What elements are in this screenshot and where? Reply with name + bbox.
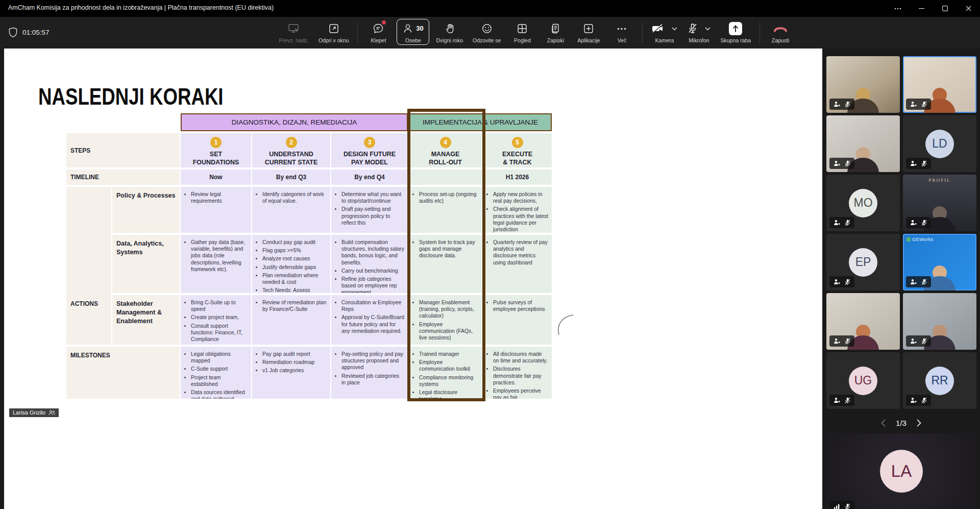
participant-tile[interactable]: UG — [826, 352, 900, 409]
bullet-item: Determine what you want to stop/start/co… — [341, 191, 405, 204]
maximize-icon[interactable] — [933, 0, 957, 17]
bullet-item: Legal disclosure templates — [419, 389, 479, 399]
participant-tile-speaking[interactable]: GEWorks — [903, 234, 976, 290]
participant-initials: LD — [925, 130, 954, 158]
participant-tile[interactable]: PROFIL — [903, 175, 976, 231]
view-button[interactable]: Pogled — [507, 19, 537, 45]
participant-initials: EP — [849, 248, 877, 277]
teams-meeting-window: AmCham Komisija za prihodnost dela in iz… — [0, 0, 980, 509]
bullet-item: System live to track pay gaps and manage… — [419, 239, 479, 259]
toolbar-divider — [642, 22, 643, 43]
participant-status-icon — [910, 279, 917, 285]
leave-button[interactable]: Zapusti — [766, 19, 795, 45]
chat-label: Klepet — [371, 37, 386, 43]
bullet-item: Trained manager — [419, 351, 479, 357]
react-button[interactable]: Odzovite se — [470, 19, 504, 45]
people-label: Osebe — [405, 37, 421, 43]
bullet-item: Justify defensible gaps — [262, 264, 327, 271]
notes-button[interactable]: Zapiski — [541, 19, 570, 45]
apps-plus-icon — [583, 23, 594, 34]
presenter-name-tag: Larisa Grizilo — [9, 408, 59, 417]
milestone-cell: All disclosures made on time and accurat… — [483, 347, 552, 399]
chat-button[interactable]: Klepet — [363, 19, 393, 45]
raise-hand-button[interactable]: Dvigni roko — [433, 19, 466, 45]
participant-tile[interactable]: MO — [826, 175, 900, 231]
step-number-badge: 4 — [440, 137, 451, 148]
share-screen-label-spacer: Mikrofon — [689, 37, 709, 43]
action-cell: Apply new policies in real pay decisions… — [483, 187, 552, 233]
action-cell: Quarterly review of pay analytics and di… — [483, 235, 552, 293]
participant-status — [829, 276, 854, 287]
chevron-down-icon[interactable] — [672, 27, 677, 31]
take-control-button: Prevz. nadz. — [276, 19, 312, 45]
chat-notification-dot — [382, 20, 386, 25]
toolbar-buttons: Prevz. nadz. Odpri v oknu Klepet — [276, 19, 795, 45]
banner-implementation: IMPLEMENTACIJA & UPRAVLJANJE — [409, 113, 552, 131]
share-button[interactable]: Skupna raba — [717, 19, 754, 45]
camera-button[interactable]: Kamera — [648, 19, 680, 45]
chat-icon — [373, 23, 384, 34]
gallery-pager: 1/3 — [822, 415, 980, 430]
timeline-cell-4 — [409, 169, 482, 185]
minimize-icon[interactable] — [910, 0, 933, 17]
participant-status — [906, 335, 931, 347]
participant-initials: MO — [849, 189, 877, 217]
meeting-timer: 01:05:57 — [22, 29, 50, 36]
participant-tile[interactable]: LD — [903, 115, 976, 172]
more-button[interactable]: Več — [607, 19, 636, 45]
people-button[interactable]: 30 Osebe — [397, 19, 429, 45]
bullet-item: Analyze root causes — [262, 255, 327, 262]
titlebar-more-icon[interactable] — [886, 0, 910, 17]
bullet-item: All disclosures made on time and accurat… — [493, 351, 549, 364]
participant-tile[interactable] — [826, 56, 900, 113]
timeline-cell-1: Now — [181, 169, 251, 185]
milestone-cell: Trained managerEmployee communication to… — [409, 347, 482, 399]
mic-muted-icon — [845, 503, 850, 509]
window-title: AmCham Komisija za prihodnost dela in iz… — [8, 4, 274, 11]
share-label: Skupna raba — [720, 37, 751, 43]
camera-label: Kamera — [655, 37, 674, 43]
action-cell: Build compensation structures, including… — [331, 235, 408, 293]
view-label: Pogled — [514, 37, 531, 43]
participant-tile-speaking[interactable] — [903, 56, 976, 113]
timeline-cell-5: H1 2026 — [483, 169, 552, 185]
row-label-actions: ACTIONS — [66, 187, 111, 345]
chevron-down-icon[interactable] — [705, 27, 710, 31]
step-title: UNDERSTAND CURRENT STATE — [265, 150, 318, 167]
page-indicator: 1/3 — [896, 419, 906, 427]
participant-tile[interactable] — [826, 293, 900, 350]
bullet-item: C-Suite support — [191, 366, 248, 372]
action-cell: Pulse surveys of employee perceptions — [483, 295, 552, 345]
participant-status-icon — [910, 101, 917, 107]
participant-status-icon — [834, 220, 840, 226]
step-title: DESIGN FUTURE PAY MODEL — [344, 150, 396, 167]
shared-screen-stage: NASLEDNJI KORAKI DIAGNOSTIKA, DIZAJN, RE… — [4, 49, 822, 509]
apps-button[interactable]: Aplikacije — [574, 19, 603, 45]
step-number-badge: 1 — [210, 137, 222, 148]
participant-status — [829, 335, 854, 347]
participant-initials: RR — [925, 367, 954, 395]
geworks-logo: GEWorks — [906, 237, 934, 242]
milestone-cell: Legal obligations mappedC-Suite supportP… — [181, 347, 251, 399]
participant-status — [829, 501, 854, 509]
action-cell: Review legal requirements — [181, 187, 251, 233]
participant-status-icon — [834, 279, 840, 285]
toolbar-divider — [357, 22, 358, 43]
open-in-window-button[interactable]: Odpri v oknu — [315, 19, 352, 45]
spotlight-participant-tile[interactable]: LA — [826, 433, 976, 509]
participant-tile[interactable] — [903, 293, 976, 350]
action-cell: Process set-up (ongoing audits etc) — [409, 187, 482, 233]
step-cell-2: 2 UNDERSTAND CURRENT STATE — [252, 133, 330, 167]
page-prev-icon[interactable] — [881, 419, 886, 427]
bullet-item: Consult support functions: Finance, IT, … — [191, 323, 248, 343]
participant-tile[interactable]: EP — [826, 234, 900, 290]
participant-tile[interactable]: RR — [903, 352, 976, 409]
microphone-button[interactable]: Mikrofon — [684, 19, 714, 45]
page-next-icon[interactable] — [917, 419, 921, 427]
participant-tile[interactable] — [826, 115, 900, 172]
participant-status-icon — [910, 397, 917, 403]
bullet-item: Identify categories of work of equal val… — [262, 191, 327, 204]
close-icon[interactable] — [957, 0, 980, 17]
action-cell: System live to track pay gaps and manage… — [409, 235, 482, 293]
react-label: Odzovite se — [473, 37, 501, 43]
